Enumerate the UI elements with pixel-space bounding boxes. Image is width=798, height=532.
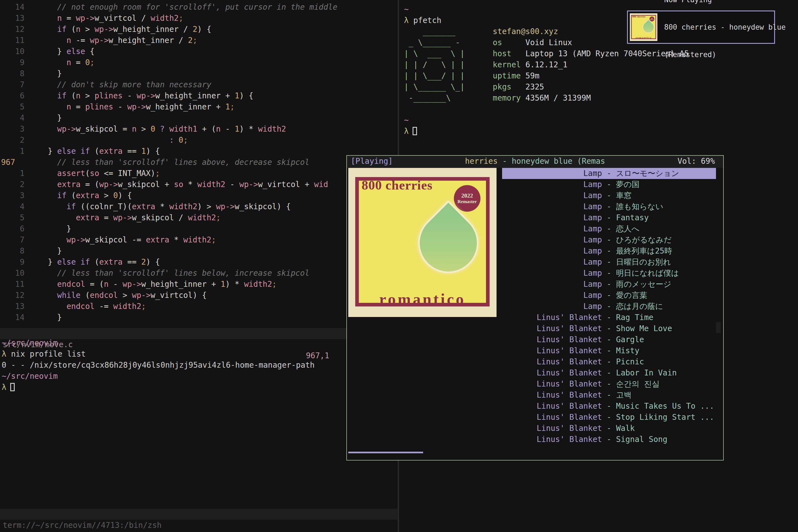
notification-track-suffix: (Remastered) — [664, 50, 785, 59]
code-line[interactable]: 9 n = 0; — [1, 57, 338, 68]
playlist-item[interactable]: Lamp - ひろがるなみだ — [502, 234, 716, 246]
code-line[interactable]: 6 } — [1, 223, 338, 234]
playlist-item[interactable]: Lamp - 明日になれば僕は — [502, 268, 716, 279]
playlist-scrollbar[interactable] — [716, 322, 721, 333]
code-line[interactable]: 7 wp->w_skipcol -= extra * width2; — [1, 234, 338, 246]
terminal-line[interactable]: ~/src/neovim — [2, 338, 315, 348]
playlist-item[interactable]: Linus' Blanket - Music Takes Us To ... — [502, 401, 716, 412]
track-separator: - — [602, 268, 616, 279]
track-separator: - — [602, 201, 616, 212]
track-title: Picnic — [616, 356, 716, 367]
code-line[interactable]: 3 if (extra > 0) { — [1, 190, 338, 201]
track-separator: - — [602, 356, 616, 367]
code-text: n -= wp->w_height_inner / 2; — [29, 36, 197, 45]
now-playing-notification[interactable]: 800 cherries2022Remasterromantico Now Pl… — [627, 11, 775, 44]
playlist-item[interactable]: Lamp - 愛の言葉 — [502, 290, 716, 301]
playlist-item[interactable]: Linus' Blanket - Stop Liking Start ... — [502, 412, 716, 423]
track-separator: - — [602, 246, 616, 256]
line-number: 2 — [1, 135, 29, 146]
playlist-item[interactable]: Lamp - 恋は月の蔭に — [502, 301, 716, 312]
code-line[interactable]: 3 wp->w_skipcol = n > 0 ? width1 + (n - … — [1, 124, 338, 135]
playlist-item[interactable]: Lamp - Fantasy — [502, 212, 716, 223]
playlist-item[interactable]: Linus' Blanket - Rag Time — [502, 312, 716, 323]
pfetch-value: 4356M / 31399M — [525, 93, 591, 103]
code-line[interactable]: 2 extra = (wp->w_skipcol + so * width2 -… — [1, 179, 338, 190]
playlist-item[interactable]: Linus' Blanket - Signal Song — [502, 434, 716, 445]
code-line[interactable]: 13 n = wp->w_virtcol / width2; — [1, 13, 338, 24]
track-separator: - — [602, 401, 616, 412]
line-number: 967 — [1, 157, 29, 168]
code-buffer[interactable]: 14 // not enough room for 'scrolloff', p… — [1, 2, 338, 323]
code-line[interactable]: 1 assert(so <= INT_MAX); — [1, 168, 338, 179]
shell-path: ~ — [404, 116, 409, 125]
track-artist: Linus' Blanket — [502, 334, 602, 345]
code-line[interactable]: 13 endcol -= width2; — [1, 301, 338, 312]
code-line[interactable]: 10 } else { — [1, 46, 338, 57]
code-line[interactable]: 7 // don't skip more than necessary — [1, 79, 338, 90]
track-artist: Lamp — [502, 290, 602, 301]
track-separator: - — [602, 423, 616, 434]
track-title: Rag Time — [616, 312, 716, 323]
playlist-item[interactable]: Linus' Blanket - Labor In Vain — [502, 367, 716, 379]
code-line[interactable]: 4 } — [1, 113, 338, 124]
code-line[interactable]: 12 while (endcol > wp->w_virtcol) { — [1, 290, 338, 301]
album-artist-text: 800 cherries — [632, 16, 646, 17]
terminal-line[interactable]: λ nix profile list — [2, 348, 315, 360]
terminal-line[interactable]: 0 - - /nix/store/cq3cx86h28j0y46ls0nhjzj… — [2, 360, 315, 371]
line-number: 7 — [1, 79, 29, 90]
playlist-item[interactable]: Linus' Blanket - Gargle — [502, 334, 716, 345]
track-separator: - — [602, 168, 616, 179]
playlist-item[interactable]: Lamp - 雨のメッセージ — [502, 279, 716, 290]
code-line[interactable]: 5 extra = wp->w_skipcol / width2; — [1, 212, 338, 223]
playlist-item[interactable]: Linus' Blanket - Walk — [502, 423, 716, 434]
code-line[interactable]: 1 } else if (extra == 1) { — [1, 146, 338, 157]
void-logo-ascii: | \ ___ \ | — [404, 48, 493, 59]
playlist-item-selected[interactable]: Lamp - スロ〜モ〜ション — [502, 168, 716, 179]
code-line[interactable]: 9 } else if (extra == 2) { — [1, 256, 338, 268]
code-line[interactable]: 12 if (n > wp->w_height_inner / 2) { — [1, 24, 338, 35]
playlist-item[interactable]: Linus' Blanket - 순간의 진실 — [502, 379, 716, 390]
terminal-line[interactable]: ~/src/neovim — [2, 371, 315, 382]
code-line[interactable]: 8 } — [1, 68, 338, 79]
track-artist: Linus' Blanket — [502, 412, 602, 423]
playlist-item[interactable]: Lamp - 車窓 — [502, 190, 716, 201]
line-number: 9 — [1, 256, 29, 268]
track-title: 車窓 — [616, 190, 716, 201]
playlist-item[interactable]: Lamp - 最終列車は25時 — [502, 246, 716, 256]
playlist-item[interactable]: Linus' Blanket - Misty — [502, 345, 716, 356]
embedded-terminal-buffer[interactable]: ~/src/neovimλ nix profile list0 - - /nix… — [2, 338, 315, 393]
line-number: 5 — [1, 101, 29, 113]
code-line[interactable]: 4 if ((colnr_T)(extra * width2) > wp->w_… — [1, 201, 338, 212]
terminal-line[interactable]: λ — [2, 382, 315, 393]
code-line[interactable]: 11 n -= wp->w_height_inner / 2; — [1, 35, 338, 46]
line-number: 13 — [1, 13, 29, 24]
code-line[interactable]: 967 // less than 'scrolloff' lines above… — [1, 157, 338, 168]
code-line[interactable]: 10 // less than 'scrolloff' lines below,… — [1, 268, 338, 279]
track-separator: - — [602, 279, 616, 290]
code-line[interactable]: 11 endcol = (n - wp->w_height_inner + 1)… — [1, 279, 338, 290]
code-line[interactable]: 2 : 0; — [1, 135, 338, 146]
code-line[interactable]: 8 } — [1, 246, 338, 256]
playlist-item[interactable]: Linus' Blanket - Show Me Love — [502, 323, 716, 334]
playlist-item[interactable]: Linus' Blanket - Picnic — [502, 356, 716, 367]
line-number: 3 — [1, 190, 29, 201]
line-number: 10 — [1, 268, 29, 279]
terminal-path: ~/src/neovim — [2, 338, 58, 347]
playlist-item[interactable]: Lamp - 夢の国 — [502, 179, 716, 190]
line-number: 13 — [1, 301, 29, 312]
code-line[interactable]: 5 n = plines - wp->w_height_inner + 1; — [1, 101, 338, 113]
playlist-item[interactable]: Lamp - 恋人へ — [502, 223, 716, 234]
track-separator: - — [602, 190, 616, 201]
playlist-item[interactable]: Linus' Blanket - 고백 — [502, 390, 716, 401]
line-number: 1 — [1, 168, 29, 179]
track-title: 誰も知らない — [616, 201, 716, 212]
shell-prompt: λ — [404, 127, 409, 136]
playlist-item[interactable]: Lamp - 誰も知らない — [502, 201, 716, 212]
track-artist: Linus' Blanket — [502, 323, 602, 334]
code-line[interactable]: 14 // not enough room for 'scrolloff', p… — [1, 2, 338, 13]
code-line[interactable]: 6 if (n > plines - wp->w_height_inner + … — [1, 90, 338, 101]
track-progress-bar[interactable] — [348, 452, 423, 453]
code-line[interactable]: 14 } — [1, 312, 338, 323]
playlist-item[interactable]: Lamp - 日曜日のお別れ — [502, 256, 716, 268]
void-logo-ascii: | \______ \_| — [404, 81, 493, 93]
